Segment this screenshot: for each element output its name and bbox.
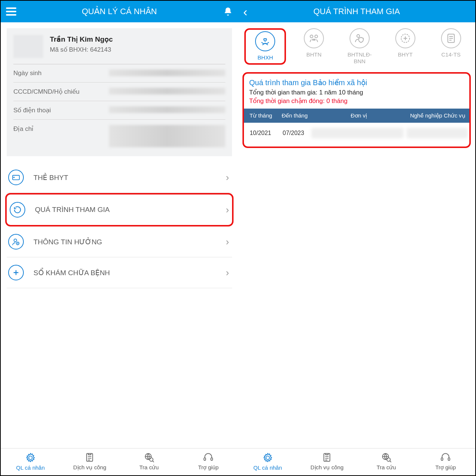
menu-item-process[interactable]: QUÁ TRÌNH THAM GIA › [5,193,234,226]
chevron-right-icon: › [226,172,229,183]
menu-label: THÔNG TIN HƯỞNG [33,238,102,246]
nav-label: Dịch vụ công [73,464,106,471]
menu-label: SỔ KHÁM CHỮA BỆNH [33,268,110,277]
chevron-right-icon: › [226,236,229,248]
label-address: Địa chỉ [13,125,33,133]
bell-icon [223,7,233,16]
hands-heart-icon [255,31,275,51]
value-dob [109,70,226,76]
table-row[interactable]: 10/2021 07/2023 [244,123,469,144]
nav-services[interactable]: Dịch vụ công [60,452,120,471]
col-job: Nghề nghiệp Chức vụ [406,109,469,123]
svg-rect-18 [441,458,443,460]
left-screen: QUẢN LÝ CÁ NHÂN Trần Thị Kim Ngọc Mã số … [1,1,238,475]
menu-list: THẺ BHYT › QUÁ TRÌNH THAM GIA › THÔNG TI… [1,162,238,288]
svg-point-17 [387,458,390,461]
tab-label: BHTN [306,51,322,58]
label-phone: Số điện thoại [13,106,51,114]
tab-bhyt[interactable]: BHYT [387,28,423,65]
back-button[interactable]: ‹ [243,4,247,19]
gear-user-icon [263,453,273,463]
svg-rect-7 [204,458,206,460]
col-to: Đến tháng [278,109,312,123]
avatar [13,35,43,58]
svg-point-1 [14,239,17,242]
value-address [109,125,226,147]
bottom-nav-left: QL cá nhân Dịch vụ công Tra cứu Trợ giúp [1,448,238,475]
nav-lookup[interactable]: Tra cứu [119,452,179,471]
chevron-right-icon: › [226,267,229,279]
svg-rect-8 [211,458,213,460]
late-duration: Tổng thời gian chậm đóng: 0 tháng [249,97,464,105]
nav-profile[interactable]: QL cá nhân [238,453,298,471]
gear-user-icon [25,453,36,463]
total-label: Tổng thời gian tham gia: [249,89,319,96]
nav-profile[interactable]: QL cá nhân [1,453,60,471]
nav-help[interactable]: Trợ giúp [179,452,238,471]
menu-item-bhyt[interactable]: THẺ BHYT › [7,162,232,193]
total-value: 1 năm 10 tháng [319,89,363,96]
user-name: Trần Thị Kim Ngọc [50,35,113,44]
svg-point-9 [310,35,313,38]
cell-unit [311,128,403,138]
nav-label: QL cá nhân [16,464,45,471]
label-id: CCCD/CMND/Hộ chiếu [13,88,80,96]
person-info-icon [8,234,24,250]
header-left: QUẢN LÝ CÁ NHÂN [1,1,238,22]
globe-search-icon [144,452,154,463]
svg-point-6 [149,458,153,461]
tab-bhxh[interactable]: BHXH [247,31,283,61]
bhxh-code: Mã số BHXH: 642143 [50,46,113,54]
svg-rect-19 [448,458,450,460]
row-phone: Số điện thoại [13,101,225,120]
nav-label: Tra cứu [139,464,159,471]
document-icon [441,28,461,48]
clipboard-icon [84,452,95,463]
tab-c14[interactable]: C14-TS [433,28,469,65]
menu-item-benefit[interactable]: THÔNG TIN HƯỞNG › [7,226,232,257]
menu-item-medical[interactable]: SỔ KHÁM CHỮA BỆNH › [7,257,232,288]
total-duration: Tổng thời gian tham gia: 1 năm 10 tháng [249,89,464,96]
profile-card: Trần Thị Kim Ngọc Mã số BHXH: 642143 Ngà… [7,28,232,156]
svg-point-10 [315,35,318,38]
headset-icon [203,452,213,463]
clipboard-icon [322,452,332,463]
value-id [109,88,226,94]
nav-lookup[interactable]: Tra cứu [357,452,416,471]
table-header: Từ tháng Đến tháng Đơn vị Nghề nghiệp Ch… [244,109,469,123]
nav-help[interactable]: Trợ giúp [416,452,476,471]
late-value: 0 tháng [327,97,348,104]
row-address: Địa chỉ [13,120,225,152]
tab-label: C14-TS [441,51,461,58]
tab-label: BHXH [258,54,273,61]
row-dob: Ngày sinh [13,64,225,83]
bottom-nav-right: QL cá nhân Dịch vụ công Tra cứu Trợ giúp [238,448,475,475]
card-icon [8,170,24,185]
menu-button[interactable] [6,7,16,16]
people-swap-icon [304,28,324,48]
svg-point-14 [266,456,269,459]
nav-label: Trợ giúp [435,464,456,471]
value-phone [109,106,226,113]
label-dob: Ngày sinh [13,70,42,77]
col-from: Từ tháng [244,109,278,123]
late-label: Tổng thời gian chậm đóng: [249,97,327,104]
chevron-right-icon: › [226,204,229,216]
cell-to: 07/2023 [277,123,310,143]
person-shield-icon [350,28,370,48]
svg-point-3 [29,456,32,459]
notification-button[interactable] [223,7,233,16]
participation-panel: Quá trình tham gia Bảo hiểm xã hội Tổng … [242,72,471,148]
nav-services[interactable]: Dịch vụ công [298,452,357,471]
row-id: CCCD/CMND/Hộ chiếu [13,83,225,101]
plus-cycle-icon [395,28,415,48]
tab-bhtn[interactable]: BHTN [296,28,332,65]
plus-icon [8,265,24,280]
globe-search-icon [381,452,392,463]
panel-title: Quá trình tham gia Bảo hiểm xã hội [249,78,464,87]
nav-label: Dịch vụ công [311,464,344,471]
refresh-icon [10,202,25,218]
tab-bhtnld[interactable]: BHTNLĐ-BNN [342,28,377,65]
headset-icon [440,452,451,463]
menu-label: QUÁ TRÌNH THAM GIA [35,206,110,214]
